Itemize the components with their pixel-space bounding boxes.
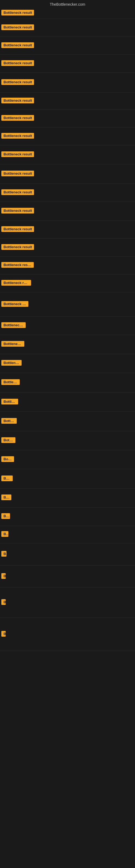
bottleneck-result-badge: Bottleneck result xyxy=(1,437,15,443)
bottleneck-result-badge: Bottleneck result xyxy=(1,133,34,138)
bottleneck-result-badge: Bottleneck result xyxy=(1,10,34,16)
bottleneck-section: Bottleneck result xyxy=(0,450,135,469)
bottleneck-result-badge: Bottleneck result xyxy=(1,456,14,462)
bottleneck-result-badge: Bottleneck result xyxy=(1,98,34,103)
bottleneck-section: Bottleneck result xyxy=(0,292,135,316)
bottleneck-section: Bottleneck result xyxy=(0,507,135,526)
bottleneck-section: Bottleneck result xyxy=(0,489,135,507)
bottleneck-section: Bottleneck result xyxy=(0,316,135,335)
bottleneck-section: Bottleneck result xyxy=(0,526,135,543)
bottleneck-section: Bottleneck result xyxy=(0,19,135,37)
bottleneck-result-badge: Bottleneck result xyxy=(1,280,31,286)
bottleneck-result-badge: Bottleneck result xyxy=(1,360,21,366)
bottleneck-result-badge: Bottleneck result xyxy=(1,599,6,605)
bottleneck-section: Bottleneck result xyxy=(0,164,135,184)
bottleneck-result-badge: Bottleneck result xyxy=(1,322,26,328)
bottleneck-section: Bottleneck result xyxy=(0,412,135,431)
bottleneck-result-badge: Bottleneck result xyxy=(1,60,34,66)
bottleneck-section: Bottleneck result xyxy=(0,543,135,565)
bottleneck-result-badge: Bottleneck result xyxy=(1,244,34,250)
bottleneck-section: Bottleneck result xyxy=(0,393,135,412)
bottleneck-section: Bottleneck result xyxy=(0,145,135,164)
bottleneck-result-badge: Bottleneck result xyxy=(1,79,34,85)
bottleneck-result-badge: Bottleneck result xyxy=(1,301,28,307)
bottleneck-result-badge: Bottleneck result xyxy=(1,226,34,232)
bottleneck-result-badge: Bottleneck result xyxy=(1,475,13,481)
bottleneck-result-badge: Bottleneck result xyxy=(1,115,34,121)
bottleneck-section: Bottleneck result xyxy=(0,354,135,373)
bottleneck-result-badge: Bottleneck result xyxy=(1,170,34,176)
bottleneck-result-badge: Bottleneck result xyxy=(1,631,6,637)
bottleneck-section: Bottleneck result xyxy=(0,565,135,587)
bottleneck-section: Bottleneck result xyxy=(0,257,135,275)
bottleneck-result-badge: Bottleneck result xyxy=(1,399,18,404)
bottleneck-section: Bottleneck result xyxy=(0,239,135,257)
bottleneck-section: Bottleneck result xyxy=(0,110,135,127)
bottleneck-section: Bottleneck result xyxy=(0,73,135,93)
bottleneck-section: Bottleneck result xyxy=(0,202,135,221)
bottleneck-section: Bottleneck result xyxy=(0,335,135,354)
bottleneck-section: Bottleneck result xyxy=(0,431,135,450)
bottleneck-result-badge: Bottleneck result xyxy=(1,418,17,424)
bottleneck-result-badge: Bottleneck result xyxy=(1,341,24,347)
bottleneck-result-badge: Bottleneck result xyxy=(1,24,34,30)
bottleneck-section: Bottleneck result xyxy=(0,275,135,292)
bottleneck-section: Bottleneck result xyxy=(0,221,135,239)
bottleneck-result-badge: Bottleneck result xyxy=(1,551,6,557)
bottleneck-section: Bottleneck result xyxy=(0,618,135,651)
bottleneck-section: Bottleneck result xyxy=(0,127,135,145)
bottleneck-section: Bottleneck result xyxy=(0,93,135,110)
bottleneck-section: Bottleneck result xyxy=(0,588,135,618)
bottleneck-result-badge: Bottleneck result xyxy=(1,379,20,385)
bottleneck-section: Bottleneck result xyxy=(0,55,135,73)
site-header: TheBottlenecker.com xyxy=(0,0,135,8)
bottleneck-result-badge: Bottleneck result xyxy=(1,573,6,579)
bottleneck-section: Bottleneck result xyxy=(0,184,135,202)
bottleneck-result-badge: Bottleneck result xyxy=(1,151,34,157)
bottleneck-result-badge: Bottleneck result xyxy=(1,189,34,195)
bottleneck-section: Bottleneck result xyxy=(0,469,135,489)
bottleneck-section: Bottleneck result xyxy=(0,37,135,55)
bottleneck-result-badge: Bottleneck result xyxy=(1,513,10,519)
bottleneck-section: Bottleneck result xyxy=(0,373,135,393)
bottleneck-result-badge: Bottleneck result xyxy=(1,495,11,500)
bottleneck-section: Bottleneck result xyxy=(0,8,135,19)
bottleneck-result-badge: Bottleneck result xyxy=(1,262,34,268)
bottleneck-result-badge: Bottleneck result xyxy=(1,531,8,537)
bottleneck-result-badge: Bottleneck result xyxy=(1,42,34,48)
bottleneck-result-badge: Bottleneck result xyxy=(1,208,34,214)
